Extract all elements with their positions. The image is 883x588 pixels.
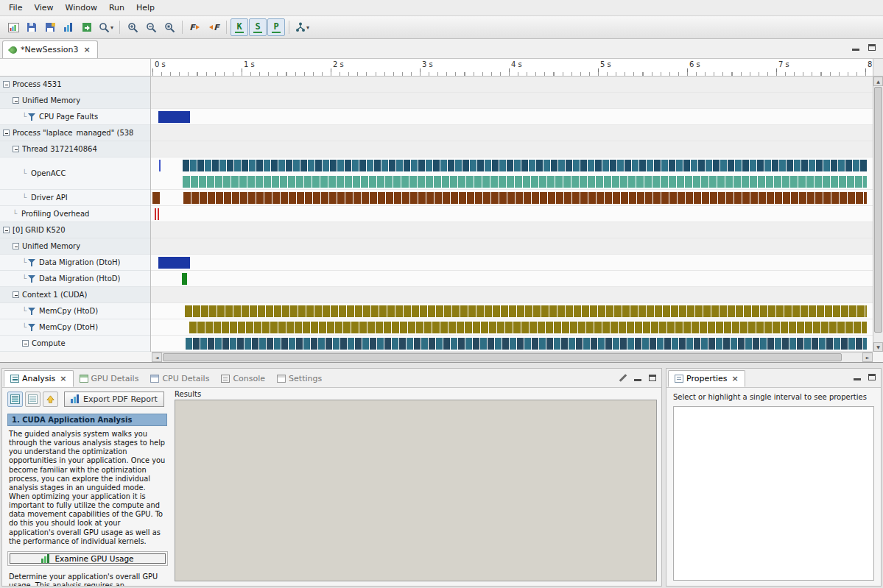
examine-gpu-usage-button[interactable]: Examine GPU Usage: [10, 553, 166, 564]
back-up-button[interactable]: [43, 392, 58, 407]
zoom-out-icon: [146, 22, 157, 33]
tree-row-memcpy-htod[interactable]: └MemCpy (HtoD): [0, 303, 150, 319]
scroll-up-icon[interactable]: ▲: [873, 77, 883, 86]
zoom-in-button[interactable]: [124, 18, 141, 36]
menu-window[interactable]: Window: [60, 1, 103, 15]
tree-row-driver-api[interactable]: └Driver API: [0, 190, 150, 206]
export-pdf-button[interactable]: Export PDF Report: [64, 392, 164, 407]
analyze-button[interactable]: ▾: [293, 18, 312, 36]
session-tab-close-icon[interactable]: ×: [83, 45, 90, 54]
menu-run[interactable]: Run: [103, 1, 130, 15]
save-button[interactable]: [23, 18, 41, 36]
chart-button[interactable]: [60, 18, 77, 36]
menu-help[interactable]: Help: [130, 1, 161, 15]
timeline-interval-bar[interactable]: [189, 322, 868, 333]
scroll-down-icon[interactable]: ▼: [873, 342, 883, 352]
tree-row-process-laplace[interactable]: Process "laplace_managed" (538: [0, 125, 150, 141]
tree-row-data-migration-htod[interactable]: └Data Migration (HtoD): [0, 271, 150, 287]
menu-view[interactable]: View: [28, 1, 59, 15]
collapse-icon[interactable]: [3, 130, 10, 136]
analysis-view-actions: [619, 374, 656, 382]
save-timeline-button[interactable]: [41, 18, 59, 36]
view-menu-icon[interactable]: [619, 374, 627, 382]
timeline-interval-bar[interactable]: [185, 305, 868, 317]
timeline-interval-bar[interactable]: [158, 257, 189, 269]
horizontal-scrollbar[interactable]: ◄ ►: [152, 352, 873, 362]
tab-gpu-details[interactable]: GPU Details: [74, 370, 145, 387]
tree-row-data-migration-dtoh[interactable]: └Data Migration (DtoH): [0, 255, 150, 271]
new-session-button[interactable]: [4, 18, 22, 36]
filter-icon[interactable]: [28, 308, 35, 315]
timeline-interval-bar[interactable]: [158, 111, 189, 123]
filter-icon[interactable]: [28, 324, 35, 331]
timeline-interval-bar[interactable]: [182, 273, 187, 285]
tab-cpu-details[interactable]: CPU Details: [144, 370, 215, 387]
timeline-interval-bar[interactable]: [183, 160, 867, 171]
timeline-interval-bar[interactable]: [155, 208, 156, 220]
tree-row-profiling-overhead[interactable]: └Profiling Overhead: [0, 206, 150, 222]
tree-row-label: MemCpy (HtoD): [39, 307, 98, 315]
scroll-left-icon[interactable]: ◄: [152, 353, 162, 362]
filter-icon[interactable]: [28, 259, 35, 266]
timeline-interval-bar[interactable]: [159, 160, 161, 171]
guided-analysis-button[interactable]: [7, 392, 23, 407]
tree-row-unified-memory-host[interactable]: Unified Memory: [0, 93, 150, 109]
scroll-right-icon[interactable]: ►: [862, 353, 873, 362]
horizontal-scroll-track[interactable]: [162, 353, 862, 362]
session-tab[interactable]: *NewSession3 ×: [2, 40, 98, 58]
analysis-body: Export PDF Report 1. CUDA Application An…: [2, 388, 661, 586]
vertical-scroll-thumb[interactable]: [874, 87, 882, 333]
tab-properties[interactable]: Properties ×: [668, 370, 745, 387]
timeline-interval-bar[interactable]: [152, 192, 160, 204]
timeline-interval-bar[interactable]: [183, 176, 867, 188]
tree-row-cpu-page-faults[interactable]: └CPU Page Faults: [0, 109, 150, 125]
prev-marker-button[interactable]: F: [205, 18, 222, 36]
tree-row-openacc[interactable]: └OpenACC: [0, 157, 150, 190]
collapse-icon[interactable]: [13, 97, 19, 104]
properties-tab-close-icon[interactable]: ×: [732, 374, 739, 383]
zoom-out-button[interactable]: [142, 18, 160, 36]
tree-row-process-4531[interactable]: Process 4531: [0, 77, 150, 93]
tree-row-memcpy-dtoh[interactable]: └MemCpy (DtoH): [0, 319, 150, 336]
collapse-icon[interactable]: [3, 227, 10, 233]
maximize-view-icon[interactable]: [868, 44, 876, 51]
timeline-interval-bar[interactable]: [158, 208, 159, 220]
vertical-scrollbar[interactable]: ▲ ▼: [873, 77, 883, 352]
search-button[interactable]: ▾: [96, 18, 116, 36]
vertical-scroll-track[interactable]: [873, 86, 883, 342]
unguided-analysis-button[interactable]: [25, 392, 41, 407]
save-timeline-icon: [45, 22, 55, 32]
tab-settings[interactable]: Settings: [271, 370, 328, 387]
analysis-tab-close-icon[interactable]: ×: [60, 374, 66, 383]
menu-file[interactable]: File: [3, 1, 28, 15]
stream-timeline-toggle[interactable]: S: [249, 18, 267, 36]
process-timeline-toggle[interactable]: P: [267, 18, 285, 36]
zoom-fit-button[interactable]: [161, 18, 178, 36]
collapse-icon[interactable]: [13, 146, 19, 152]
export-button[interactable]: [78, 18, 96, 36]
next-marker-button[interactable]: F: [186, 18, 204, 36]
timeline-interval-bar[interactable]: [186, 338, 868, 350]
maximize-view-icon[interactable]: [649, 375, 656, 381]
tree-row-context-1-cuda[interactable]: Context 1 (CUDA): [0, 287, 150, 303]
filter-icon[interactable]: [28, 275, 35, 283]
collapse-icon[interactable]: [3, 81, 10, 88]
tree-row-thread-3172140864[interactable]: Thread 3172140864: [0, 141, 150, 157]
tree-row-grid-k520[interactable]: [0] GRID K520: [0, 222, 150, 238]
horizontal-scroll-thumb[interactable]: [163, 353, 842, 361]
tree-row-unified-memory-gpu[interactable]: Unified Memory: [0, 238, 150, 255]
collapse-icon[interactable]: [22, 340, 29, 347]
minimize-view-icon[interactable]: [852, 44, 859, 51]
timeline-interval-bar[interactable]: [183, 192, 867, 204]
collapse-icon[interactable]: [13, 291, 19, 298]
chart-row-unified-memory-gpu: [151, 238, 873, 255]
minimize-view-icon[interactable]: [634, 375, 641, 381]
tab-console[interactable]: Console: [215, 370, 271, 387]
filter-icon[interactable]: [28, 113, 35, 121]
minimize-view-icon[interactable]: [854, 374, 861, 380]
tab-analysis[interactable]: Analysis ×: [4, 370, 74, 387]
collapse-icon[interactable]: [13, 243, 19, 249]
maximize-view-icon[interactable]: [868, 374, 876, 380]
tree-row-compute[interactable]: Compute: [0, 336, 150, 352]
kernel-timeline-toggle[interactable]: K: [231, 18, 248, 36]
